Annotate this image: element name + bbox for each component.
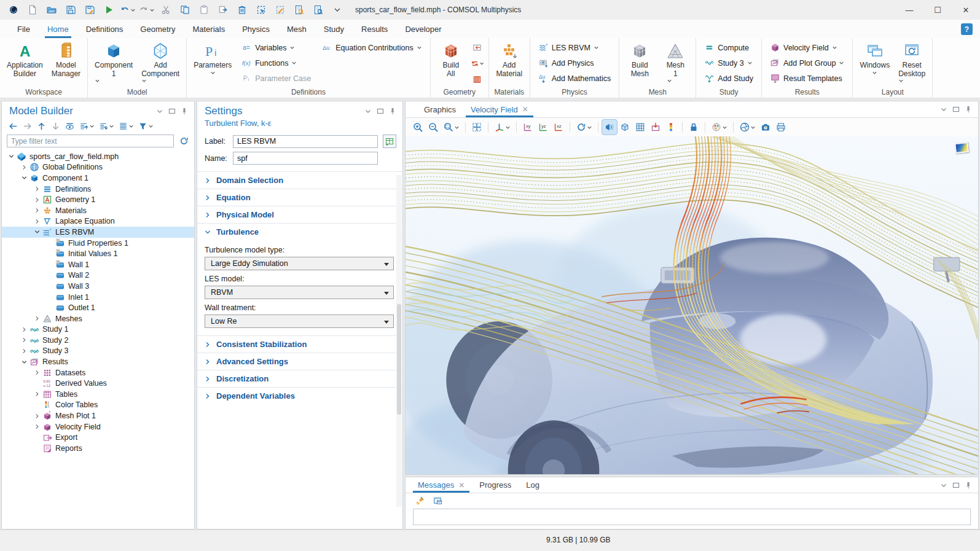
tree-item-tables[interactable]: Tables — [2, 389, 194, 400]
tab-velocity-field[interactable]: Velocity Field✕ — [463, 101, 536, 117]
collapse-all-button[interactable] — [77, 120, 96, 132]
new-file-button[interactable] — [23, 2, 42, 18]
snapshot-button[interactable] — [758, 120, 773, 135]
image-effects-button[interactable] — [709, 120, 729, 135]
collapse-panel-button[interactable] — [939, 104, 949, 114]
insert-sequence-button[interactable] — [470, 41, 485, 55]
expander-icon[interactable] — [33, 184, 42, 193]
search-apply-button[interactable] — [308, 2, 327, 18]
expander-icon[interactable] — [20, 325, 29, 334]
section-header-equation[interactable]: Equation — [197, 189, 402, 206]
close-button[interactable]: ✕ — [952, 0, 980, 20]
menu-mesh[interactable]: Mesh — [278, 20, 315, 38]
refresh-icon[interactable] — [178, 135, 190, 147]
label-field-input[interactable] — [233, 135, 378, 148]
view-yz-button[interactable]: yz — [536, 120, 551, 135]
application-builder-button[interactable]: AApplicationBuilder — [2, 39, 47, 78]
pin-panel-button[interactable] — [963, 104, 973, 114]
mesh-1-button[interactable]: Mesh1 — [657, 39, 693, 84]
tree-item-wall-2[interactable]: Wall 2 — [2, 270, 194, 281]
go-forward-button[interactable] — [21, 120, 34, 132]
name-field-input[interactable] — [233, 152, 378, 165]
menu-results[interactable]: Results — [353, 20, 396, 38]
delete-button[interactable] — [232, 2, 251, 18]
print-button[interactable] — [774, 120, 788, 135]
find-button[interactable] — [289, 2, 308, 18]
section-header-dependent-variables[interactable]: Dependent Variables — [197, 387, 402, 404]
dropdown-wall-treatment-[interactable]: Low Re — [205, 315, 394, 328]
move-down-button[interactable] — [49, 120, 62, 132]
menu-developer[interactable]: Developer — [396, 20, 450, 38]
tab-messages[interactable]: Messages✕ — [410, 477, 472, 493]
expander-icon[interactable] — [20, 335, 29, 345]
tree-item-component-1[interactable]: Component 1 — [2, 173, 194, 184]
select-box-button[interactable] — [251, 2, 270, 18]
variables-button[interactable]: a=Variables — [238, 40, 314, 55]
transparency-button[interactable] — [617, 120, 632, 135]
tab-log[interactable]: Log — [519, 477, 547, 493]
build-mesh-button[interactable]: BuildMesh — [622, 39, 657, 78]
close-tab-icon[interactable]: ✕ — [458, 481, 465, 490]
view-xz-button[interactable]: xz — [551, 120, 566, 135]
reset-desktop-button[interactable]: ResetDesktop — [894, 39, 930, 84]
clip-plane-button[interactable] — [648, 120, 663, 135]
scene-light-button[interactable] — [602, 120, 617, 135]
view-xy-button[interactable]: xy — [520, 120, 535, 135]
tree-item-laplace-equation[interactable]: *Laplace Equation — [2, 216, 194, 227]
expander-icon[interactable] — [7, 152, 16, 161]
tree-item-color-tables[interactable]: Color Tables — [2, 400, 194, 411]
tab-progress[interactable]: Progress — [472, 477, 519, 493]
menu-geometry[interactable]: Geometry — [131, 20, 184, 38]
build-all-button[interactable]: BuildAll — [433, 39, 469, 78]
tree-item-mesh-plot-1[interactable]: *Mesh Plot 1 — [2, 410, 194, 421]
show-toggle-button[interactable] — [63, 120, 76, 132]
minimize-button[interactable]: — — [895, 0, 923, 20]
filter-button[interactable] — [136, 120, 155, 132]
expander-icon[interactable] — [20, 173, 29, 182]
section-header-advanced-settings[interactable]: Advanced Settings — [197, 353, 402, 370]
wireframe-button[interactable] — [633, 120, 648, 135]
tree-item-les-rbvm[interactable]: *LES RBVM — [2, 227, 194, 238]
expander-icon[interactable] — [33, 412, 42, 421]
open-button[interactable] — [42, 2, 61, 18]
rotate-button[interactable] — [574, 120, 594, 135]
expander-icon[interactable] — [33, 217, 42, 226]
move-up-button[interactable] — [35, 120, 48, 132]
expander-icon[interactable] — [33, 227, 42, 236]
tree-item-derived-values[interactable]: 8.85e-12Derived Values — [2, 378, 194, 389]
tree-item-meshes[interactable]: Meshes — [2, 313, 194, 324]
tree-item-inlet-1[interactable]: Inlet 1 — [2, 292, 194, 303]
customize-quick-access-button[interactable] — [327, 2, 347, 18]
section-header-physical-model[interactable]: Physical Model — [197, 206, 402, 223]
rebuild-button[interactable] — [470, 57, 485, 71]
expander-icon[interactable] — [20, 358, 29, 367]
close-tab-icon[interactable]: ✕ — [522, 105, 528, 114]
tree-item-datasets[interactable]: Datasets — [2, 367, 194, 378]
go-to-view-button[interactable] — [492, 120, 512, 135]
expander-icon[interactable] — [20, 346, 29, 356]
menu-study[interactable]: Study — [315, 20, 353, 38]
scene-settings-button[interactable] — [737, 120, 758, 135]
collapse-panel-button[interactable] — [939, 480, 949, 490]
section-header-turbulence[interactable]: Turbulence — [197, 223, 402, 240]
plot-thumbnail-chip[interactable] — [954, 142, 969, 154]
dropdown-turbulence-model-type-[interactable]: Large Eddy Simulation — [205, 257, 394, 270]
tree-item-fluid-properties-1[interactable]: DFluid Properties 1 — [2, 238, 194, 249]
zoom-box-button[interactable] — [441, 120, 461, 135]
undo-button[interactable] — [118, 2, 137, 18]
expander-icon[interactable] — [33, 206, 42, 215]
cut-button[interactable] — [156, 2, 175, 18]
collapse-panel-button[interactable] — [155, 106, 165, 116]
messages-output[interactable] — [413, 509, 971, 525]
windows-button[interactable]: Windows — [855, 39, 894, 76]
menu-home[interactable]: Home — [39, 20, 77, 38]
study-3-button[interactable]: Study 3 — [701, 55, 756, 71]
zoom-extents-button[interactable] — [469, 120, 484, 135]
tree-item-reports[interactable]: Reports — [2, 443, 194, 454]
physics-interface-button[interactable]: *LES RBVM — [535, 40, 614, 55]
paste-button[interactable] — [194, 2, 213, 18]
expander-icon[interactable] — [20, 163, 29, 172]
tree-item-export[interactable]: Export — [2, 432, 194, 443]
zoom-out-button[interactable] — [426, 120, 441, 135]
pin-panel-button[interactable] — [963, 480, 973, 490]
